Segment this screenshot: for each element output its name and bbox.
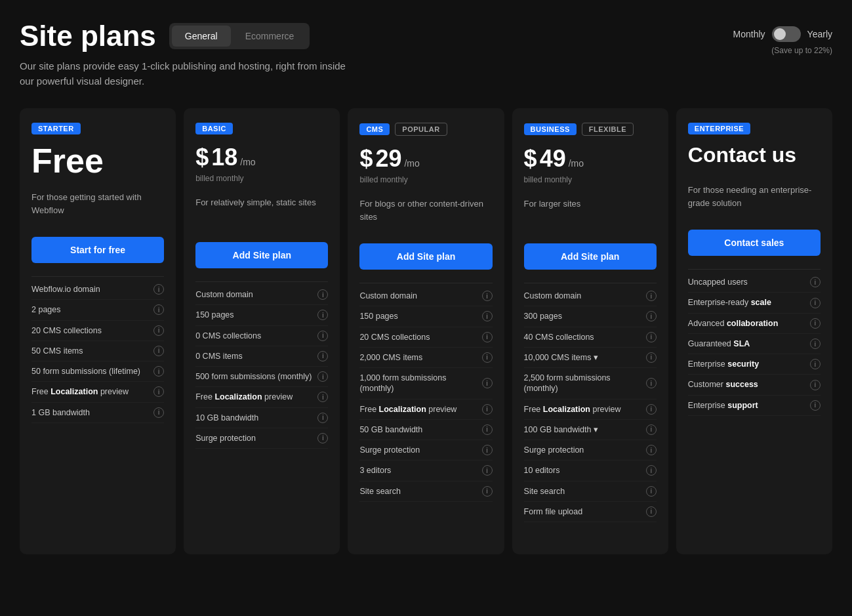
info-icon[interactable]: i	[482, 378, 493, 388]
info-icon[interactable]: i	[153, 284, 164, 295]
info-icon[interactable]: i	[482, 291, 493, 301]
save-text: (Save up to 22%)	[771, 46, 832, 55]
feature-text: 150 pages	[195, 310, 314, 320]
info-icon[interactable]: i	[646, 424, 657, 435]
info-icon[interactable]: i	[317, 413, 328, 423]
plan-cta-starter[interactable]: Start for free	[31, 237, 164, 263]
feature-text: 10 GB bandwidth	[195, 413, 314, 423]
plan-badge-business: BUSINESS	[524, 123, 577, 135]
info-icon[interactable]: i	[646, 352, 657, 363]
feature-item: 50 GB bandwidth i	[359, 420, 492, 440]
plan-cta-basic[interactable]: Add Site plan	[195, 242, 328, 268]
feature-item: 2 pages i	[31, 300, 164, 320]
info-icon[interactable]: i	[153, 346, 164, 356]
info-icon[interactable]: i	[646, 332, 657, 342]
info-icon[interactable]: i	[153, 325, 164, 336]
plan-badge-cms: CMS	[359, 123, 390, 135]
feature-item: 500 form submissions (monthly) i	[195, 367, 328, 387]
feature-item: Surge protection i	[524, 440, 657, 461]
feature-text: 2,500 form submissions (monthly)	[524, 373, 642, 394]
info-icon[interactable]: i	[810, 400, 821, 411]
feature-text: Site search	[359, 486, 477, 497]
plan-price-area: $ 29 /mo billed monthly	[359, 145, 492, 184]
info-icon[interactable]: i	[810, 359, 821, 369]
plan-price-area: $ 18 /mo billed monthly	[195, 144, 328, 183]
feature-item: 40 CMS collections i	[524, 327, 657, 348]
info-icon[interactable]: i	[646, 506, 657, 517]
feature-item: 50 CMS items i	[31, 341, 164, 361]
info-icon[interactable]: i	[153, 407, 164, 418]
feature-item: 2,500 form submissions (monthly) i	[524, 368, 657, 400]
info-icon[interactable]: i	[153, 386, 164, 397]
feature-text: 100 GB bandwidth ▾	[524, 424, 642, 435]
plan-price-per: /mo	[240, 157, 255, 167]
plan-cta-enterprise[interactable]: Contact sales	[688, 230, 821, 256]
info-icon[interactable]: i	[646, 291, 657, 301]
feature-item: Custom domain i	[195, 285, 328, 305]
plan-price-free: Free	[31, 144, 164, 178]
plan-price-row: $ 49 /mo	[524, 145, 657, 173]
info-icon[interactable]: i	[153, 366, 164, 377]
plan-card-starter: STARTERFreeFor those getting started wit…	[20, 108, 176, 554]
info-icon[interactable]: i	[317, 310, 328, 320]
feature-item: 2,000 CMS items i	[359, 348, 492, 368]
feature-text: 10,000 CMS items ▾	[524, 352, 642, 363]
plan-cta-business[interactable]: Add Site plan	[524, 243, 657, 270]
tab-general[interactable]: General	[172, 26, 231, 47]
plan-cta-cms[interactable]: Add Site plan	[359, 243, 492, 270]
info-icon[interactable]: i	[646, 445, 657, 455]
info-icon[interactable]: i	[482, 445, 493, 455]
info-icon[interactable]: i	[153, 304, 164, 315]
info-icon[interactable]: i	[646, 486, 657, 497]
feature-text: 20 CMS collections	[31, 325, 150, 336]
feature-item: Site search i	[359, 482, 492, 502]
info-icon[interactable]: i	[646, 465, 657, 476]
info-icon[interactable]: i	[810, 380, 821, 390]
info-icon[interactable]: i	[482, 332, 493, 342]
info-icon[interactable]: i	[317, 392, 328, 402]
info-icon[interactable]: i	[482, 352, 493, 363]
plan-price-per: /mo	[569, 158, 584, 169]
chevron-down-icon: ▾	[594, 425, 598, 434]
billing-toggle-switch[interactable]	[772, 26, 801, 42]
info-icon[interactable]: i	[317, 433, 328, 443]
info-icon[interactable]: i	[482, 424, 493, 435]
info-icon[interactable]: i	[482, 486, 493, 497]
info-icon[interactable]: i	[317, 351, 328, 361]
info-icon[interactable]: i	[646, 378, 657, 388]
info-icon[interactable]: i	[810, 277, 821, 287]
feature-text: Free Localization preview	[195, 392, 314, 402]
feature-text: Free Localization preview	[359, 404, 477, 415]
info-icon[interactable]: i	[482, 465, 493, 476]
info-icon[interactable]: i	[646, 311, 657, 321]
feature-item: 150 pages i	[195, 305, 328, 325]
feature-text: Custom domain	[524, 291, 642, 301]
feature-item: 1 GB bandwidth i	[31, 403, 164, 423]
info-icon[interactable]: i	[317, 371, 328, 382]
feature-item: 10 GB bandwidth i	[195, 408, 328, 428]
info-icon[interactable]: i	[482, 404, 493, 415]
feature-item: 10,000 CMS items ▾ i	[524, 348, 657, 368]
feature-text: Custom domain	[359, 291, 477, 301]
feature-item: Advanced collaboration i	[688, 314, 821, 334]
info-icon[interactable]: i	[810, 298, 821, 308]
feature-item: Enterprise support i	[688, 396, 821, 416]
plan-badge-row: BUSINESSFLEXIBLE	[524, 123, 657, 136]
feature-text: 500 form submissions (monthly)	[195, 371, 314, 382]
feature-item: Surge protection i	[195, 428, 328, 449]
info-icon[interactable]: i	[482, 311, 493, 321]
features-list-basic: Custom domain i 150 pages i 0 CMS collec…	[195, 281, 328, 449]
plan-price-billed: billed monthly	[524, 175, 657, 184]
feature-text: 50 form submissions (lifetime)	[31, 366, 150, 377]
info-icon[interactable]: i	[317, 289, 328, 300]
info-icon[interactable]: i	[810, 318, 821, 329]
chevron-down-icon: ▾	[594, 353, 598, 362]
plan-price-billed: billed monthly	[359, 175, 492, 184]
plan-description-business: For larger sites	[524, 197, 657, 230]
info-icon[interactable]: i	[810, 339, 821, 349]
feature-text: Site search	[524, 486, 642, 497]
tab-ecommerce[interactable]: Ecommerce	[232, 26, 308, 47]
info-icon[interactable]: i	[646, 404, 657, 415]
info-icon[interactable]: i	[317, 331, 328, 341]
plan-badge-row: STARTER	[31, 123, 164, 134]
